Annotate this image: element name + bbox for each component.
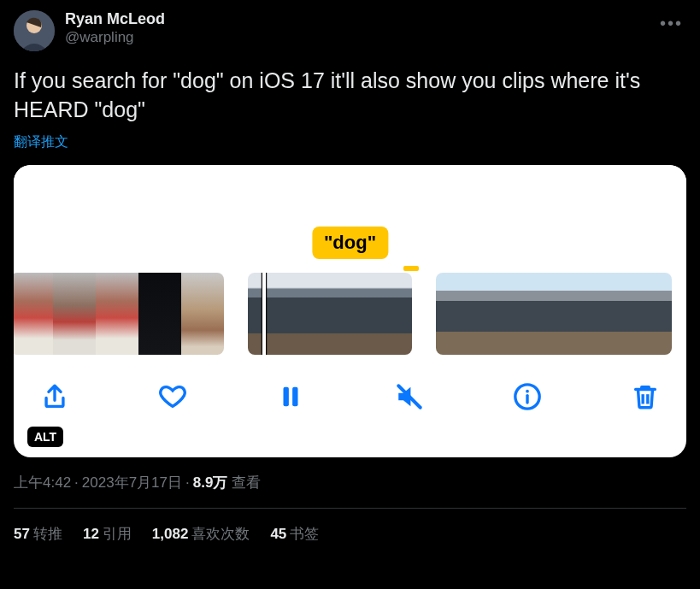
delete-button[interactable] <box>628 380 662 414</box>
info-button[interactable] <box>510 380 544 414</box>
stat-count: 12 <box>83 526 99 542</box>
pause-icon <box>276 382 305 411</box>
views-count[interactable]: 8.9万 <box>193 474 228 491</box>
clip-group[interactable] <box>436 273 672 355</box>
heart-icon <box>158 382 187 411</box>
meta-separator: · <box>185 474 190 491</box>
mute-button[interactable] <box>392 380 426 414</box>
timeline-match-marker <box>403 266 419 271</box>
avatar-image <box>14 10 55 51</box>
clip-thumbnail <box>53 273 96 355</box>
media-attachment[interactable]: "dog" <box>14 165 686 457</box>
alt-badge[interactable]: ALT <box>27 427 63 447</box>
pause-button[interactable] <box>274 380 308 414</box>
search-term-pill: "dog" <box>312 227 388 259</box>
clip-thumbnail <box>593 273 632 355</box>
stat-count: 57 <box>14 526 30 542</box>
media-toolbar <box>14 355 686 437</box>
share-icon <box>40 382 69 411</box>
retweets-stat[interactable]: 57转推 <box>14 524 62 544</box>
display-name[interactable]: Ryan McLeod <box>65 10 686 29</box>
tweet-date[interactable]: 2023年7月17日 <box>82 474 182 491</box>
likes-stat[interactable]: 1,082喜欢次数 <box>152 524 250 544</box>
avatar[interactable] <box>14 10 55 51</box>
clip-group[interactable] <box>248 273 412 355</box>
clip-thumbnail <box>14 273 53 355</box>
stat-label: 喜欢次数 <box>191 526 250 542</box>
mute-icon <box>395 382 424 411</box>
clip-thumbnail <box>303 273 357 355</box>
clip-thumbnail <box>181 273 224 355</box>
media-preview-area: "dog" <box>14 165 686 261</box>
trash-icon <box>631 382 660 411</box>
tweet-header: Ryan McLeod @warpling ••• <box>14 10 686 51</box>
stat-label: 书签 <box>290 526 319 542</box>
stat-count: 45 <box>270 526 286 542</box>
share-button[interactable] <box>38 380 72 414</box>
svg-point-7 <box>526 389 529 392</box>
stat-label: 转推 <box>33 526 62 542</box>
clip-thumbnail <box>475 273 515 355</box>
tweet-container: Ryan McLeod @warpling ••• If you search … <box>0 0 700 559</box>
svg-rect-2 <box>284 386 289 406</box>
stat-count: 1,082 <box>152 526 189 542</box>
clip-thumbnail <box>515 273 554 355</box>
like-button[interactable] <box>156 380 190 414</box>
clip-thumbnail <box>436 273 475 355</box>
video-timeline[interactable] <box>14 273 686 355</box>
clip-thumbnail <box>138 273 181 355</box>
meta-separator: · <box>74 474 79 491</box>
info-icon <box>513 382 542 411</box>
clip-thumbnail <box>554 273 593 355</box>
tweet-time[interactable]: 上午4:42 <box>14 474 71 491</box>
bookmarks-stat[interactable]: 45书签 <box>270 524 319 544</box>
tweet-stats: 57转推 12引用 1,082喜欢次数 45书签 <box>14 509 686 559</box>
handle[interactable]: @warpling <box>65 29 686 46</box>
quotes-stat[interactable]: 12引用 <box>83 524 132 544</box>
more-button[interactable]: ••• <box>656 10 686 37</box>
tweet-meta: 上午4:42·2023年7月17日·8.9万 查看 <box>14 473 686 492</box>
clip-thumbnail <box>96 273 138 355</box>
playhead-cursor[interactable] <box>262 273 267 355</box>
user-block: Ryan McLeod @warpling <box>65 10 686 46</box>
svg-rect-3 <box>293 386 298 406</box>
stat-label: 引用 <box>103 526 132 542</box>
clip-thumbnail <box>357 273 412 355</box>
clip-thumbnail <box>632 273 672 355</box>
tweet-body: If you search for "dog" on iOS 17 it'll … <box>14 67 686 125</box>
translate-link[interactable]: 翻译推文 <box>14 133 68 151</box>
clip-group[interactable] <box>14 273 224 355</box>
views-label: 查看 <box>232 474 261 491</box>
clip-thumbnail <box>248 273 303 355</box>
more-icon: ••• <box>660 14 683 32</box>
